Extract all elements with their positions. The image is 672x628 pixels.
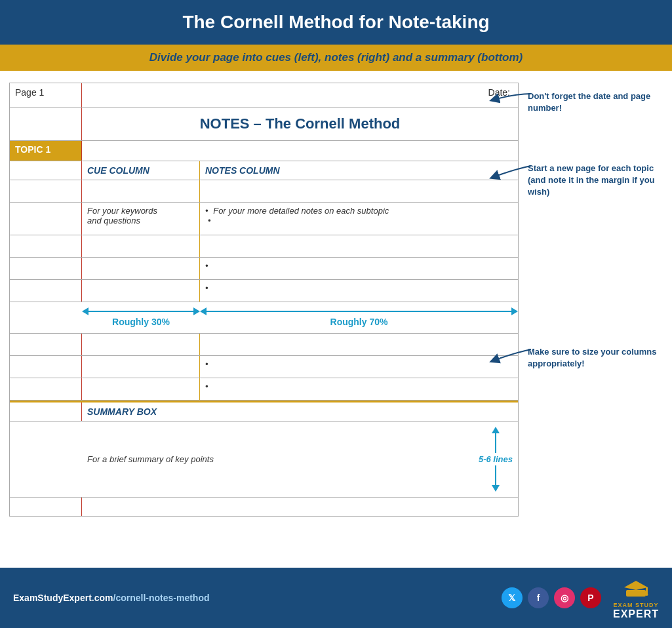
cc5 (82, 280, 200, 302)
row-arrows: Roughly 30% Roughly 70% (10, 302, 518, 334)
logo-bottom: EXPERT (613, 608, 659, 620)
svg-rect-0 (626, 590, 646, 597)
row-summary-content: For a brief summary of key points 5-6 li… (10, 422, 518, 498)
ann-date-text: Don't forget the date and page number! (528, 90, 659, 114)
cornell-table: Page 1 Date: NOTES – The Cornell Method … (9, 83, 519, 517)
ann-date: Don't forget the date and page number! (528, 90, 659, 114)
summary-lines-label: 5-6 lines (479, 454, 513, 464)
subtitle-bar: Divide your page into cues (left), notes… (0, 45, 672, 71)
cm1 (10, 180, 82, 202)
page-title: The Cornell Method for Note-taking (182, 12, 489, 32)
bullet-3: • (205, 261, 208, 271)
h-arrow-30 (82, 307, 200, 315)
cc6 (82, 334, 200, 355)
ann-size: Make sure to size your columns appropria… (528, 346, 659, 370)
row-bullet-4: • (10, 378, 518, 401)
svg-marker-1 (624, 581, 648, 590)
cc7 (82, 356, 200, 378)
cell-page-label: Page 1 (10, 83, 82, 107)
arrow-line-70 (207, 311, 511, 312)
cell-main-title: NOTES – The Cornell Method (82, 108, 518, 140)
arrow-30-area: Roughly 30% (82, 307, 200, 327)
cell-margin-col-hdr (10, 161, 82, 180)
social-pinterest[interactable]: P (580, 587, 601, 608)
logo-top: EXAM STUDY (613, 602, 658, 608)
row-bullet-3: • (10, 356, 518, 378)
row-bullet-1: • (10, 258, 518, 280)
cell-cue-keywords: For your keywords and questions (82, 203, 200, 235)
footer-url: ExamStudyExpert.com/cornell-notes-method (13, 593, 210, 603)
v-arrow-line (495, 433, 496, 453)
footer-socials: 𝕏 f ◎ P EXAM STUDY EXPERT (502, 576, 659, 620)
logo-icon (623, 576, 649, 602)
cell-notes-header: NOTES COLUMN (200, 161, 518, 180)
h-arrow-70 (200, 307, 518, 315)
bullet-2: • (208, 216, 211, 226)
cm3 (10, 235, 82, 257)
row-summary-header: SUMMARY BOX (10, 402, 518, 422)
ann-size-text: Make sure to size your columns appropria… (528, 346, 659, 370)
cn1 (200, 180, 518, 202)
bullet-4: • (205, 283, 208, 293)
ann-page: Start a new page for each topic (and not… (528, 163, 659, 199)
cm4 (10, 258, 82, 279)
cn4: • (200, 258, 518, 279)
cm8 (10, 378, 82, 400)
label-30: Roughly 30% (112, 317, 170, 327)
row-empty-1 (10, 180, 518, 203)
cc4 (82, 258, 200, 279)
page-header: The Cornell Method for Note-taking (0, 0, 672, 45)
v-arrow: 5-6 lines (479, 427, 513, 492)
row-title: NOTES – The Cornell Method (10, 108, 518, 141)
row-page-date: Page 1 Date: (10, 83, 518, 108)
cell-topic-right (82, 141, 518, 161)
double-arrow-row: Roughly 30% Roughly 70% (82, 307, 518, 327)
social-twitter[interactable]: 𝕏 (502, 587, 523, 608)
content-area: Page 1 Date: NOTES – The Cornell Method … (0, 71, 672, 568)
cell-summary-header: SUMMARY BOX (82, 402, 518, 421)
bullet-1: • (205, 206, 208, 216)
arrow-70-area: Roughly 70% (200, 307, 518, 327)
cn8: • (200, 378, 518, 400)
summary-lines-area: 5-6 lines (479, 427, 513, 492)
logo-area: EXAM STUDY EXPERT (613, 576, 659, 620)
row-empty-2 (10, 235, 518, 258)
cell-date: Date: (82, 83, 518, 107)
annotations-right: Don't forget the date and page number! S… (528, 71, 672, 568)
page-container: The Cornell Method for Note-taking Divid… (0, 0, 672, 628)
svg-point-3 (645, 593, 648, 596)
row-bullet-2: • (10, 280, 518, 302)
svg-rect-2 (646, 587, 648, 594)
cm-bot (10, 498, 82, 516)
arrow-head-right-30 (193, 307, 200, 315)
social-facebook[interactable]: f (528, 587, 549, 608)
cm2 (10, 203, 82, 235)
arrow-to-date (482, 87, 534, 113)
cc3 (82, 235, 200, 257)
cc8 (82, 378, 200, 400)
cn3 (200, 235, 518, 257)
row-topic: TOPIC 1 (10, 141, 518, 161)
footer-url-bold[interactable]: ExamStudyExpert.com (13, 593, 113, 603)
cell-topic-label: TOPIC 1 (10, 141, 82, 161)
arrow-line-30 (89, 311, 193, 312)
arrow-to-topic (482, 159, 534, 186)
row-summary-bottom (10, 498, 518, 516)
arrow-head-left-70 (200, 307, 207, 315)
cc1 (82, 180, 200, 202)
arrow-head-right-70 (511, 307, 518, 315)
bullet-6: • (205, 382, 208, 391)
cm5 (10, 280, 82, 302)
row-keywords: For your keywords and questions • For yo… (10, 203, 518, 235)
row-empty-3 (10, 334, 518, 356)
v-arrow-line2 (495, 465, 496, 485)
ann-page-text: Start a new page for each topic (and not… (528, 163, 659, 199)
main-diagram: Page 1 Date: NOTES – The Cornell Method … (0, 71, 528, 568)
cm7 (10, 356, 82, 378)
cn7: • (200, 356, 518, 378)
social-instagram[interactable]: ◎ (554, 587, 575, 608)
arrow-to-size (482, 343, 534, 369)
v-arrow-head-down (492, 485, 500, 492)
footer: ExamStudyExpert.com/cornell-notes-method… (0, 568, 672, 628)
cm-sum (10, 402, 82, 421)
